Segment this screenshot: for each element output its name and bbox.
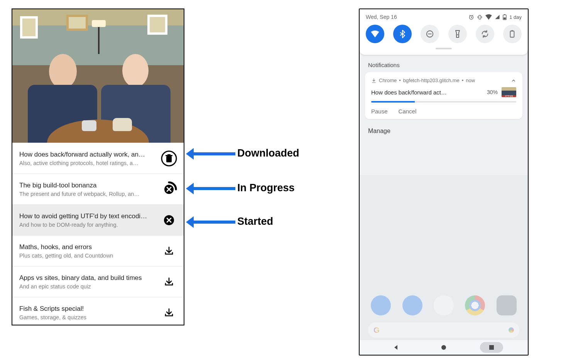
notification-percent: 30% bbox=[487, 89, 498, 95]
messages-app-icon[interactable] bbox=[402, 295, 422, 315]
bluetooth-toggle[interactable] bbox=[393, 25, 412, 43]
download-icon bbox=[371, 78, 377, 83]
label-downloaded: Downloaded bbox=[237, 147, 299, 159]
wall-frame bbox=[20, 16, 38, 39]
pause-button[interactable]: Pause bbox=[371, 108, 388, 115]
drag-handle[interactable] bbox=[436, 48, 452, 49]
episode-subtitle: Games, storage, & quizzes bbox=[19, 314, 157, 320]
progress-cancel-icon bbox=[161, 181, 177, 197]
started-action[interactable] bbox=[161, 212, 177, 229]
episode-subtitle: Also, active clothing protocols, hotel r… bbox=[19, 160, 157, 166]
episode-title: How does back/forward actually work, an… bbox=[19, 151, 157, 158]
label-in-progress: In Progress bbox=[237, 182, 295, 194]
battery-label: 1 day bbox=[509, 14, 522, 20]
download-icon bbox=[164, 246, 174, 256]
episode-title: Apps vs sites, binary data, and build ti… bbox=[19, 274, 157, 282]
cancel-button[interactable]: Cancel bbox=[399, 108, 417, 115]
episode-title: Maths, hooks, and errors bbox=[19, 243, 157, 251]
dnd-toggle[interactable] bbox=[421, 25, 439, 43]
arrow-started bbox=[193, 221, 235, 224]
progress-bar bbox=[371, 101, 516, 103]
svg-rect-9 bbox=[479, 15, 481, 19]
svg-rect-16 bbox=[510, 31, 514, 37]
android-notification-shade: G Wed, Sep 16 1 day Notifications bbox=[359, 8, 529, 356]
download-icon bbox=[164, 308, 174, 318]
svg-rect-17 bbox=[512, 30, 513, 31]
wall-frame bbox=[66, 15, 88, 31]
navigation-bar bbox=[360, 340, 528, 355]
home-button[interactable] bbox=[432, 342, 455, 353]
autorotate-toggle[interactable] bbox=[476, 25, 494, 43]
play-store-app-icon[interactable] bbox=[434, 295, 454, 315]
chrome-app-icon[interactable] bbox=[465, 295, 485, 315]
notification-time: now bbox=[466, 78, 475, 83]
recents-button[interactable] bbox=[480, 342, 503, 353]
phone-app-icon[interactable] bbox=[371, 295, 391, 315]
alarm-icon bbox=[468, 14, 474, 20]
episode-row[interactable]: How to avoid getting UTF'd by text encod… bbox=[12, 204, 184, 235]
in_progress-action[interactable] bbox=[161, 181, 177, 198]
arrow-downloaded bbox=[193, 152, 235, 155]
battery-icon bbox=[503, 14, 507, 20]
delete-icon bbox=[161, 150, 177, 167]
episode-title: Fish & Scripts special! bbox=[19, 305, 157, 313]
episode-row[interactable]: Maths, hooks, and errors Plus cats, gett… bbox=[12, 235, 184, 266]
status-bar: Wed, Sep 16 1 day bbox=[366, 14, 522, 20]
episode-row[interactable]: The big build-tool bonanza The present a… bbox=[12, 174, 184, 204]
svg-rect-1 bbox=[166, 156, 172, 162]
wifi-toggle[interactable] bbox=[366, 25, 384, 43]
notifications-header: Notifications bbox=[360, 55, 528, 72]
svg-rect-11 bbox=[504, 14, 505, 15]
hero-image bbox=[12, 9, 184, 143]
svg-rect-12 bbox=[504, 17, 506, 19]
status-date: Wed, Sep 16 bbox=[366, 14, 397, 20]
camera-app-icon[interactable] bbox=[497, 295, 517, 315]
notification-card[interactable]: Chrome • bgfetch-http203.glitch.me • now… bbox=[365, 72, 522, 119]
episode-subtitle: The present and future of webpack, Rollu… bbox=[19, 191, 157, 197]
progress-fill bbox=[371, 101, 415, 103]
lamp bbox=[98, 23, 100, 54]
not_downloaded-action[interactable] bbox=[161, 304, 177, 321]
chevron-up-icon[interactable] bbox=[511, 78, 516, 83]
bowl bbox=[113, 118, 132, 131]
svg-point-6 bbox=[441, 345, 446, 350]
episode-row[interactable]: Apps vs sites, binary data, and build ti… bbox=[12, 266, 184, 297]
home-screen-backdrop: G bbox=[360, 175, 528, 355]
battery-saver-toggle[interactable] bbox=[503, 25, 522, 43]
episode-subtitle: Plus cats, getting old, and Countdown bbox=[19, 253, 157, 259]
svg-point-15 bbox=[457, 34, 458, 35]
episode-list-app: How does back/forward actually work, an…… bbox=[12, 8, 184, 325]
not_downloaded-action[interactable] bbox=[161, 273, 177, 290]
notification-app: Chrome bbox=[379, 78, 397, 83]
label-started: Started bbox=[237, 216, 273, 228]
svg-rect-7 bbox=[489, 345, 494, 350]
quick-settings-panel: Wed, Sep 16 1 day bbox=[360, 9, 528, 55]
download-icon bbox=[164, 277, 174, 287]
quick-toggles bbox=[366, 25, 522, 43]
wall-frame bbox=[147, 15, 167, 35]
episode-row[interactable]: How does back/forward actually work, an…… bbox=[12, 143, 184, 174]
episode-title: The big build-tool bonanza bbox=[19, 182, 157, 189]
manage-button[interactable]: Manage bbox=[360, 119, 528, 143]
flashlight-toggle[interactable] bbox=[448, 25, 467, 43]
notification-title: How does back/forward act… bbox=[371, 89, 483, 96]
cancel-icon bbox=[163, 214, 175, 226]
cell-signal-icon bbox=[495, 14, 500, 20]
notification-source: bgfetch-http203.glitch.me bbox=[403, 78, 460, 83]
search-bar[interactable]: G bbox=[368, 322, 519, 338]
google-logo-icon: G bbox=[373, 326, 380, 335]
episode-subtitle: And an epic status code quiz bbox=[19, 283, 157, 290]
app-dock bbox=[360, 292, 528, 319]
vibrate-icon bbox=[477, 14, 483, 20]
lamp-shade bbox=[92, 20, 106, 27]
back-button[interactable] bbox=[384, 342, 407, 353]
wifi-icon bbox=[485, 14, 492, 20]
not_downloaded-action[interactable] bbox=[161, 243, 177, 260]
notification-thumbnail bbox=[502, 87, 516, 97]
assistant-icon[interactable] bbox=[509, 327, 514, 333]
episode-list[interactable]: How does back/forward actually work, an…… bbox=[12, 143, 184, 325]
episode-row[interactable]: Fish & Scripts special! Games, storage, … bbox=[12, 297, 184, 325]
arrow-in-progress bbox=[193, 187, 235, 190]
episode-subtitle: And how to be DOM-ready for anything. bbox=[19, 222, 157, 228]
downloaded-action[interactable] bbox=[161, 150, 177, 167]
